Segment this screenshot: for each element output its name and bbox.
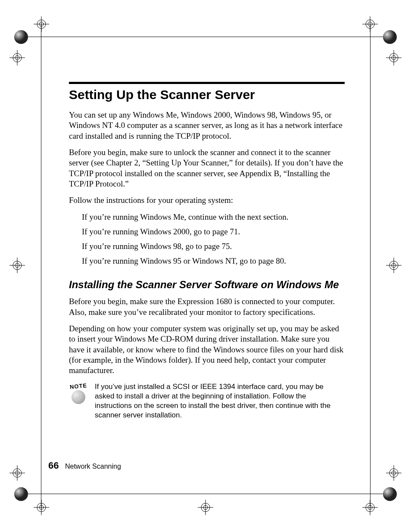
svg-point-16 (389, 53, 398, 62)
paragraph: Follow the instructions for your operati… (69, 195, 345, 205)
crop-mark-icon (383, 487, 397, 501)
register-mark-icon (198, 500, 213, 515)
heading-rule (69, 82, 345, 84)
svg-point-1 (383, 30, 397, 44)
register-mark-icon (9, 50, 25, 65)
register-mark-icon (34, 16, 49, 32)
note-label: NOTE (68, 382, 88, 390)
svg-point-40 (389, 469, 398, 477)
register-mark-icon (9, 258, 25, 273)
svg-point-17 (392, 56, 396, 60)
crop-mark-icon (14, 30, 28, 44)
svg-point-2 (14, 487, 28, 501)
svg-point-5 (39, 22, 44, 26)
list-item: If you’re running Windows 95 or Windows … (82, 256, 345, 266)
svg-point-8 (13, 53, 22, 62)
paragraph: You can set up any Windows Me, Windows 2… (69, 110, 345, 141)
paragraph: Before you begin, make sure the Expressi… (69, 296, 345, 317)
svg-point-25 (392, 263, 396, 268)
page-content: Setting Up the Scanner Server You can se… (69, 82, 345, 420)
register-mark-icon (386, 465, 402, 481)
register-mark-icon (386, 258, 402, 273)
register-mark-icon (386, 50, 402, 65)
note-block: NOTE If you’ve just installed a SCSI or … (69, 382, 345, 420)
page-number: 66 (48, 460, 59, 471)
svg-point-21 (15, 263, 19, 268)
list-item: If you’re running Windows 2000, go to pa… (82, 227, 345, 237)
svg-point-20 (13, 261, 22, 270)
register-mark-icon (34, 500, 49, 515)
svg-point-24 (389, 261, 398, 270)
svg-point-28 (13, 469, 22, 477)
crop-mark-icon (383, 30, 397, 44)
paragraph: Depending on how your computer system wa… (69, 324, 345, 376)
svg-point-0 (14, 30, 28, 44)
register-mark-icon (9, 465, 25, 481)
section-heading: Setting Up the Scanner Server (69, 87, 345, 102)
list-item: If you’re running Windows 98, go to page… (82, 241, 345, 252)
svg-point-32 (37, 503, 46, 512)
svg-point-36 (201, 503, 210, 512)
chapter-title: Network Scanning (65, 463, 121, 470)
paragraph: Before you begin, make sure to unlock th… (69, 147, 345, 189)
svg-point-41 (392, 471, 396, 475)
crop-mark-icon (14, 487, 28, 501)
svg-point-4 (37, 20, 46, 28)
svg-point-29 (15, 471, 19, 475)
svg-point-33 (39, 505, 44, 510)
note-icon: NOTE (69, 382, 95, 404)
svg-point-9 (15, 56, 19, 60)
svg-point-3 (383, 487, 397, 501)
note-text: If you’ve just installed a SCSI or IEEE … (95, 382, 345, 420)
subsection-heading: Installing the Scanner Server Software o… (69, 279, 345, 291)
svg-point-37 (203, 505, 208, 510)
page-footer: 66 Network Scanning (48, 460, 121, 471)
list-item: If you’re running Windows Me, continue w… (82, 212, 345, 222)
